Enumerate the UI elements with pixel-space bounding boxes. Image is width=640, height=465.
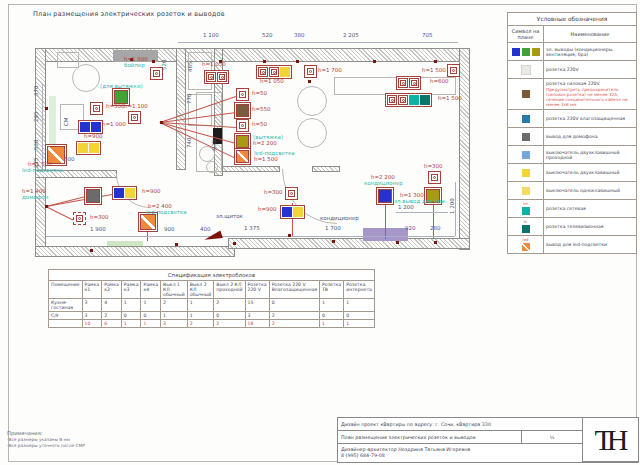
symbol-group — [76, 141, 101, 155]
legend-row-name: розетка сетевая — [544, 200, 636, 217]
dimension-label: 400 — [200, 227, 211, 233]
legend-symbol-cell: tv — [508, 218, 544, 235]
junction-dot — [45, 205, 48, 208]
outlet-icon — [409, 78, 419, 88]
legend-col-symbol: Символ на плане — [508, 26, 544, 42]
spec-cell: 18 — [245, 320, 269, 328]
dimension-label: 530 — [34, 140, 40, 151]
spec-cell: 10 — [82, 320, 102, 328]
dimension-label: 500 — [64, 157, 75, 163]
wall — [459, 48, 470, 250]
legend-symbol-swatch — [522, 187, 530, 195]
title-block-project: Дизайн проект кВартиры по адресу: г. Соч… — [338, 418, 583, 431]
spec-table-title: Спецификация электроблоков — [49, 270, 375, 281]
wall — [176, 48, 186, 170]
legend-symbol-cell — [508, 79, 544, 109]
spec-cell: 4 — [102, 299, 122, 312]
legend-symbol-cell — [508, 43, 544, 60]
outlet-icon — [304, 65, 317, 78]
legend-symbol-swatch — [522, 243, 530, 251]
outlet-symbol — [128, 111, 141, 124]
legend-symbol-swatch — [522, 115, 530, 123]
junction-dot — [434, 241, 437, 244]
legend-symbol-swatch — [522, 90, 530, 98]
wiring-line — [46, 194, 112, 207]
legend-row: розетка 220V влагозащищенная — [508, 110, 636, 128]
spec-cell: 2 — [269, 312, 319, 320]
legend-row-name: розетка 220V влагозащищенная — [544, 110, 636, 127]
outlet-symbol — [428, 171, 441, 184]
wiring-line — [433, 205, 434, 239]
dimension-label: 370 — [34, 86, 40, 97]
legend-row-name: выключатель двухклавишный — [544, 164, 636, 181]
spec-header-row: ПомещениеРамка к1Рамка к2Рамка к3Рамка к… — [49, 281, 375, 299]
legend-symbol-cell — [508, 182, 544, 199]
outlet-icon — [285, 187, 298, 200]
dimension-label: 295 — [34, 112, 40, 123]
dimension-label: 2 205 — [343, 33, 359, 39]
wall — [35, 246, 235, 257]
device-label: домофон — [22, 195, 48, 201]
spec-header-cell: Выкл 2 КЛ обычный — [187, 281, 214, 299]
dimension-label: эл.щиток — [216, 214, 243, 220]
furniture-circle — [206, 161, 218, 173]
furniture-rect — [57, 52, 79, 68]
spec-cell: 0 — [141, 312, 161, 320]
junction-dot — [175, 243, 178, 246]
spec-cell: 6 — [102, 320, 122, 328]
junction-dot — [90, 249, 93, 252]
legend-row-name: эл. выводы (кондиционеры, вентиляция, бр… — [544, 43, 636, 60]
spec-cell: 1 — [320, 320, 344, 328]
furniture-circle — [297, 86, 327, 116]
legend-row: intрозетка сетевая — [508, 200, 636, 218]
dimension-label: 920 — [405, 226, 416, 232]
title-block-sheet-number: ¼ — [522, 431, 583, 444]
legend-row: розетка силовая 220VПредусмотреть предох… — [508, 79, 636, 110]
dimension-label: 1 375 — [244, 226, 260, 232]
height-callout: h=1 000 — [102, 122, 126, 128]
dimension-line — [46, 236, 455, 237]
dimension-label: 465 — [188, 62, 194, 73]
spec-cell: 0 — [214, 312, 245, 320]
height-callout: h=1 700 — [318, 68, 342, 74]
dimension-line — [396, 212, 448, 213]
led-output-symbol — [236, 150, 249, 163]
furniture-circle — [72, 64, 100, 92]
furniture-rect — [107, 241, 143, 246]
designer-logo: ТН — [583, 418, 638, 462]
symbol-group — [204, 70, 229, 84]
legend-row: эл. выводы (кондиционеры, вентиляция, бр… — [508, 43, 636, 61]
legend-symbol-cell — [508, 164, 544, 181]
spec-cell: 1 — [344, 299, 375, 312]
spec-cell: С/У — [49, 312, 83, 320]
dimension-label: 1 900 — [90, 227, 106, 233]
wiring-line — [46, 206, 74, 221]
legend-symbol-tag: led — [523, 238, 529, 242]
device-label: кондиционер — [364, 181, 403, 187]
junction-dot — [45, 107, 48, 110]
outlet-symbol — [285, 187, 298, 200]
spec-data-row: Кухня-гостиная341121215011 — [49, 299, 375, 312]
symbol-group — [396, 76, 421, 90]
outlet-icon — [236, 119, 249, 132]
outlet-symbol — [236, 119, 249, 132]
height-callout: h=50 — [252, 122, 267, 128]
outlet-icon — [398, 95, 408, 105]
junction-dot — [288, 234, 291, 237]
outlet-icon — [236, 88, 249, 101]
height-callout: h=550 — [252, 107, 271, 113]
spec-header-cell: Рамка к1 — [82, 281, 102, 299]
legend-row: розетка 220V — [508, 61, 636, 79]
gray-output-symbol — [86, 189, 100, 203]
spec-cell: Кухня-гостиная — [49, 299, 83, 312]
spec-cell: 2 — [214, 320, 245, 328]
spec-cell: 1 — [320, 299, 344, 312]
outlet-symbol — [304, 65, 317, 78]
outlet-icon — [447, 64, 460, 77]
led-output-symbol — [140, 214, 156, 230]
legend-symbol-cell — [508, 110, 544, 127]
outlet-icon — [128, 111, 141, 124]
junction-dot — [263, 60, 266, 63]
dimension-label: 520 — [262, 33, 273, 39]
legend-row-name: розетка силовая 220VПредусмотреть предох… — [544, 79, 636, 109]
